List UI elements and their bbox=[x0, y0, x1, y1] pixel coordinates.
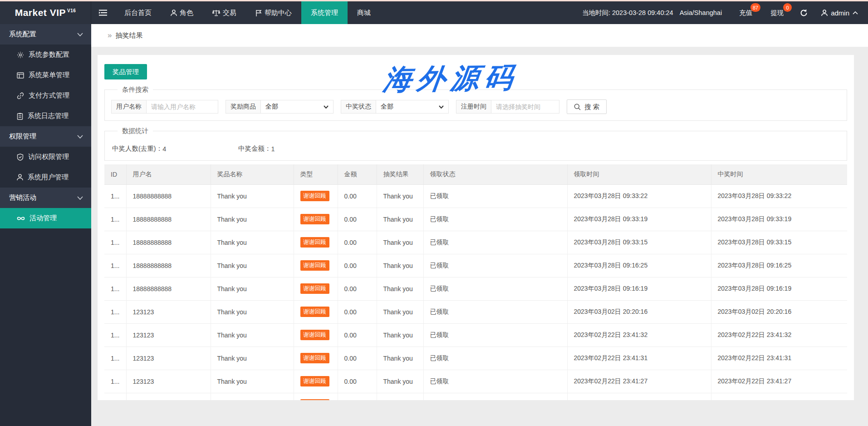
shield-check-icon bbox=[17, 154, 24, 161]
results-card: 奖品管理 条件搜索 用户名称 奖励商品 全部 bbox=[98, 55, 854, 400]
cell-type: 谢谢回顾 bbox=[294, 208, 338, 231]
cell-id: 1... bbox=[104, 300, 126, 323]
table-row: 1... 123123 Thank you 谢谢回顾 0.00 Thank yo… bbox=[104, 347, 847, 370]
cell-id: 1... bbox=[104, 323, 126, 347]
cell-amount: 0.00 bbox=[338, 300, 377, 323]
table-row: 1... 123123 Thank you 谢谢回顾 0.00 Thank yo… bbox=[104, 323, 847, 347]
cell-type: 谢谢回顾 bbox=[294, 323, 338, 347]
sidebar-item-system-logs[interactable]: 系统日志管理 bbox=[0, 106, 91, 126]
col-amount: 金额 bbox=[338, 164, 377, 184]
gear-icon bbox=[17, 51, 24, 59]
table-row: 1... 123123 Thank you 谢谢回顾 0.00 Thank yo… bbox=[104, 300, 847, 323]
chevron-down-icon bbox=[77, 135, 83, 139]
prize-management-button[interactable]: 奖品管理 bbox=[104, 64, 147, 79]
nav-item-trade[interactable]: 交易 bbox=[203, 1, 246, 24]
logo-version: V16 bbox=[67, 8, 76, 13]
cell-type: 谢谢回顾 bbox=[294, 393, 338, 400]
sidebar-item-payment-methods[interactable]: 支付方式管理 bbox=[0, 85, 91, 106]
username-input[interactable] bbox=[147, 100, 218, 114]
cell-username: 18888888888 bbox=[126, 208, 211, 231]
breadcrumb-separator: » bbox=[108, 31, 112, 40]
win-status-select[interactable]: 全部 bbox=[376, 100, 449, 114]
cell-claim-time: 2023年02月22日 23:41:32 bbox=[567, 323, 711, 347]
flag-icon bbox=[255, 10, 262, 16]
logo-text: Market VIP bbox=[15, 7, 66, 18]
table-row: 1... 123123 Thank you 谢谢回顾 0.00 Thank yo… bbox=[104, 370, 847, 393]
sidebar-toggle-button[interactable] bbox=[91, 1, 115, 24]
win-status-label: 中奖状态 bbox=[341, 100, 376, 114]
stats-legend: 数据统计 bbox=[118, 127, 153, 135]
cell-claim-time: 2023年03月28日 09:33:15 bbox=[567, 231, 711, 254]
col-claim-time: 领取时间 bbox=[567, 164, 711, 184]
type-badge: 谢谢回顾 bbox=[300, 191, 329, 201]
withdraw-link[interactable]: 提现 0 bbox=[761, 1, 793, 24]
cell-amount: 0.00 bbox=[338, 347, 377, 370]
sidebar-group-system-config[interactable]: 系统配置 bbox=[0, 24, 91, 45]
cell-claim-status: 已领取 bbox=[423, 254, 567, 277]
prize-select[interactable]: 全部 bbox=[261, 100, 333, 114]
sidebar-group-marketing[interactable]: 营销活动 bbox=[0, 188, 91, 208]
local-time-text: 当地时间: 2023-03-28 09:40:24 bbox=[582, 9, 673, 17]
topbar: Market VIP V16 后台首页 角色 交易 帮助中心 bbox=[0, 1, 868, 24]
cell-username: 123123 bbox=[126, 300, 211, 323]
search-button[interactable]: 搜 索 bbox=[567, 99, 607, 114]
sidebar-item-system-params[interactable]: 系统参数配置 bbox=[0, 45, 91, 65]
person-icon bbox=[171, 10, 177, 16]
refresh-button[interactable] bbox=[793, 1, 815, 24]
cell-username: 123123 bbox=[126, 323, 211, 347]
cell-id: 1... bbox=[104, 393, 126, 400]
prize-field-group: 奖励商品 全部 bbox=[226, 100, 333, 114]
admin-username: admin bbox=[831, 9, 849, 17]
cell-id: 1... bbox=[104, 347, 126, 370]
cell-prize-name: Thank you bbox=[211, 277, 294, 300]
cell-prize-name: Thank you bbox=[211, 231, 294, 254]
prize-label: 奖励商品 bbox=[226, 100, 261, 114]
nav-item-system-admin[interactable]: 系统管理 bbox=[301, 1, 348, 24]
sidebar-group-permissions[interactable]: 权限管理 bbox=[0, 126, 91, 147]
type-badge: 谢谢回顾 bbox=[300, 330, 329, 340]
sidebar-item-activity-management[interactable]: 活动管理 bbox=[0, 208, 91, 228]
chevron-down-icon bbox=[77, 196, 83, 200]
refresh-icon bbox=[800, 9, 808, 17]
type-badge: 谢谢回顾 bbox=[300, 214, 329, 224]
recharge-link[interactable]: 充值 87 bbox=[730, 1, 761, 24]
cell-id: 1... bbox=[104, 208, 126, 231]
type-badge: 谢谢回顾 bbox=[300, 353, 329, 363]
cell-amount: 0.00 bbox=[338, 393, 377, 400]
table-row: 1... 18888888888 Thank you 谢谢回顾 0.00 Tha… bbox=[104, 208, 847, 231]
register-time-input[interactable] bbox=[491, 100, 559, 114]
sidebar-item-system-menu[interactable]: 系统菜单管理 bbox=[0, 65, 91, 85]
cell-win-time: 2023年02月22日 23:41:32 bbox=[711, 323, 847, 347]
cell-win-time: 2023年03月28日 09:33:19 bbox=[711, 208, 847, 231]
username-field-group: 用户名称 bbox=[111, 100, 218, 114]
cell-claim-status: 已领取 bbox=[423, 231, 567, 254]
topbar-right: 当地时间: 2023-03-28 09:40:24 Asia/Shanghai … bbox=[574, 1, 868, 24]
nav-item-shop[interactable]: 商城 bbox=[348, 1, 380, 24]
col-id: ID bbox=[104, 164, 126, 184]
cell-result: Thank you bbox=[377, 184, 423, 208]
cell-username: 18888888888 bbox=[126, 254, 211, 277]
cell-type: 谢谢回顾 bbox=[294, 277, 338, 300]
nav-item-roles[interactable]: 角色 bbox=[161, 1, 203, 24]
cell-id: 1... bbox=[104, 184, 126, 208]
search-fieldset: 条件搜索 用户名称 奖励商品 全部 bbox=[104, 85, 847, 121]
hamburger-icon bbox=[99, 10, 107, 16]
table-row: 1... 18888888888 Thank you 谢谢回顾 0.00 Tha… bbox=[104, 254, 847, 277]
cell-prize-name: Thank you bbox=[211, 323, 294, 347]
sidebar-item-access-permissions[interactable]: 访问权限管理 bbox=[0, 147, 91, 167]
nav-item-dashboard[interactable]: 后台首页 bbox=[115, 1, 161, 24]
scales-icon bbox=[212, 10, 220, 16]
top-nav: 后台首页 角色 交易 帮助中心 系统管理 商城 bbox=[115, 1, 380, 24]
cell-amount: 0.00 bbox=[338, 370, 377, 393]
cell-win-time: 2023年03月28日 09:16:19 bbox=[711, 277, 847, 300]
col-type: 类型 bbox=[294, 164, 338, 184]
cell-prize-name: Thank you bbox=[211, 300, 294, 323]
results-tbody: 1... 18888888888 Thank you 谢谢回顾 0.00 Tha… bbox=[104, 184, 847, 400]
sidebar-item-system-users[interactable]: 系统用户管理 bbox=[0, 167, 91, 188]
type-badge: 谢谢回顾 bbox=[300, 283, 329, 294]
admin-menu[interactable]: admin bbox=[815, 1, 868, 24]
type-badge: 谢谢回顾 bbox=[300, 376, 329, 386]
nav-item-help[interactable]: 帮助中心 bbox=[246, 1, 301, 24]
cell-win-time: 2023年03月28日 09:16:25 bbox=[711, 254, 847, 277]
infinity-icon bbox=[17, 216, 25, 221]
